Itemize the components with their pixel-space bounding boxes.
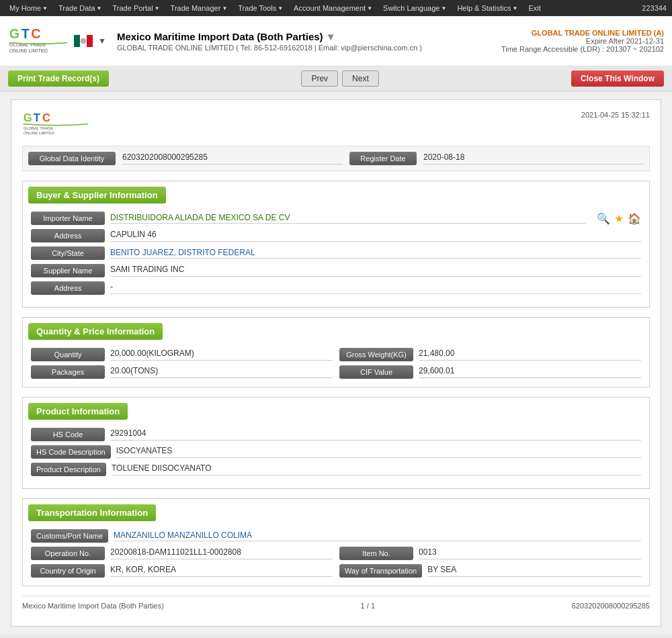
address-row: Address CAPULIN 46 — [31, 229, 641, 242]
global-data-identity-label: Global Data Identity — [28, 152, 116, 165]
city-state-row: City/State BENITO JUAREZ, DISTRITO FEDER… — [31, 246, 641, 260]
product-body: HS Code 29291004 HS Code Description ISO… — [23, 424, 649, 488]
packages-group: Packages 20.00(TONS) — [31, 365, 333, 379]
register-date-label: Register Date — [349, 152, 417, 165]
nav-account-management[interactable]: Account Management ▼ — [290, 4, 376, 12]
close-button-top[interactable]: Close This Window — [571, 71, 664, 87]
header-bar: G T C GLOBAL TRADE ONLINE LIMITED ▼ Mexi… — [0, 16, 672, 66]
nav-exit[interactable]: Exit — [524, 4, 544, 12]
main-content: G T C GLOBAL TRADE ONLINE LIMITED 2021-0… — [0, 91, 672, 635]
address-label: Address — [31, 229, 105, 242]
country-origin-label: Country of Origin — [31, 564, 105, 578]
flag-dropdown[interactable]: ▼ — [98, 36, 106, 46]
item-no-label: Item No. — [339, 547, 413, 560]
packages-value: 20.00(TONS) — [110, 366, 333, 378]
item-no-group: Item No. 0013 — [339, 547, 641, 560]
cif-value-group: CIF Value 29,600.01 — [339, 365, 641, 379]
footer-record-title: Mexico Maritime Import Data (Both Partie… — [22, 602, 164, 610]
top-navigation: My Home ▼ Trade Data ▼ Trade Portal ▼ Tr… — [0, 0, 672, 16]
account-expire: Expire After 2021-12-31 — [501, 37, 664, 45]
nav-buttons: Prev Next — [301, 71, 378, 87]
nav-trade-tools[interactable]: Trade Tools ▼ — [234, 4, 287, 12]
packages-label: Packages — [31, 365, 105, 379]
buyer-supplier-section: Buyer & Supplier Information Importer Na… — [22, 181, 650, 308]
quantity-group: Quantity 20,000.00(KILOGRAM) — [31, 348, 333, 361]
product-desc-value: TOLUENE DIISOCYANATO — [112, 463, 641, 475]
svg-text:ONLINE LIMITED: ONLINE LIMITED — [24, 131, 54, 135]
record-header: G T C GLOBAL TRADE ONLINE LIMITED 2021-0… — [22, 111, 650, 138]
svg-text:C: C — [42, 111, 50, 124]
supplier-address-row: Address - — [31, 281, 641, 295]
nav-help-statistics[interactable]: Help & Statistics ▼ — [453, 4, 521, 12]
title-subtitle: GLOBAL TRADE ONLINE LIMITED ( Tel: 86-51… — [117, 44, 501, 52]
nav-trade-manager[interactable]: Trade Manager ▼ — [167, 4, 232, 12]
footer-page: 1 / 1 — [361, 602, 375, 610]
svg-text:G: G — [9, 26, 19, 41]
customs-port-value: MANZANILLO MANZANILLO COLIMA — [114, 531, 641, 541]
buyer-supplier-header: Buyer & Supplier Information — [28, 187, 166, 203]
nav-switch-language[interactable]: Switch Language ▼ — [379, 4, 450, 12]
country-origin-group: Country of Origin KR, KOR, KOREA — [31, 564, 333, 578]
account-name: GLOBAL TRADE ONLINE LIMITED (A) — [501, 29, 664, 37]
product-desc-row: Product Description TOLUENE DIISOCYANATO — [31, 463, 641, 476]
cif-value: 29,600.01 — [419, 366, 641, 378]
hs-desc-label: HS Code Description — [31, 445, 111, 459]
svg-text:T: T — [22, 26, 30, 41]
register-date-value: 2020-08-18 — [423, 152, 644, 165]
prev-button-top[interactable]: Prev — [301, 71, 338, 87]
product-section: Product Information HS Code 29291004 HS … — [22, 397, 650, 489]
title-area: Mexico Maritime Import Data (Both Partie… — [106, 31, 501, 52]
nav-trade-data[interactable]: Trade Data ▼ — [54, 4, 106, 12]
next-button-top[interactable]: Next — [342, 71, 379, 87]
svg-text:GLOBAL TRADE: GLOBAL TRADE — [24, 126, 53, 130]
city-state-label: City/State — [31, 246, 105, 260]
quantity-price-body: Quantity 20,000.00(KILOGRAM) Gross Weigh… — [23, 344, 649, 387]
nav-trade-portal[interactable]: Trade Portal ▼ — [109, 4, 164, 12]
transport-header: Transportation Information — [28, 504, 156, 521]
operation-no-group: Operation No. 20200818-DAM111021LL1-0002… — [31, 547, 333, 560]
gross-weight-label: Gross Weight(KG) — [339, 348, 413, 361]
top-toolbar: Print Trade Record(s) Prev Next Close Th… — [0, 66, 672, 91]
search-icon[interactable]: 🔍 — [597, 212, 610, 225]
print-button-top[interactable]: Print Trade Record(s) — [8, 71, 109, 87]
importer-name-row: Importer Name DISTRIBUIDORA ALIADA DE ME… — [31, 212, 641, 225]
supplier-name-value: SAMI TRADING INC — [110, 265, 641, 277]
supplier-address-value: - — [110, 282, 641, 294]
account-area: GLOBAL TRADE ONLINE LIMITED (A) Expire A… — [501, 29, 664, 53]
operation-no-label: Operation No. — [31, 547, 105, 560]
quantity-label: Quantity — [31, 348, 105, 361]
importer-name-label: Importer Name — [31, 212, 105, 225]
quantity-price-section: Quantity & Price Information Quantity 20… — [22, 317, 650, 388]
record-logo: G T C GLOBAL TRADE ONLINE LIMITED — [22, 111, 89, 138]
hs-desc-row: HS Code Description ISOCYANATES — [31, 445, 641, 459]
star-icon[interactable]: ★ — [614, 212, 624, 225]
buyer-supplier-body: Importer Name DISTRIBUIDORA ALIADA DE ME… — [23, 208, 649, 307]
item-no-value: 0013 — [419, 547, 641, 559]
svg-rect-7 — [87, 35, 93, 47]
page-title: Mexico Maritime Import Data (Both Partie… — [117, 31, 501, 42]
city-state-value: BENITO JUAREZ, DISTRITO FEDERAL — [110, 248, 641, 259]
title-dropdown[interactable]: ▼ — [326, 31, 336, 42]
way-transport-label: Way of Transportation — [339, 564, 422, 578]
svg-rect-5 — [74, 35, 80, 47]
product-header: Product Information — [28, 403, 128, 420]
importer-name-value: DISTRIBUIDORA ALIADA DE MEXICO SA DE CV — [110, 213, 586, 224]
operation-no-value: 20200818-DAM111021LL1-0002808 — [110, 547, 333, 559]
record-footer: Mexico Maritime Import Data (Both Partie… — [22, 596, 650, 615]
transport-body: Customs/Port Name MANZANILLO MANZANILLO … — [23, 525, 649, 586]
nav-my-home[interactable]: My Home ▼ — [5, 4, 52, 12]
gross-weight-value: 21,480.00 — [419, 349, 641, 361]
svg-text:C: C — [31, 26, 40, 41]
hs-code-row: HS Code 29291004 — [31, 428, 641, 441]
footer-record-id: 6203202008000295285 — [572, 602, 650, 610]
record-timestamp: 2021-04-25 15:32:11 — [581, 111, 650, 119]
bottom-toolbar: Print Trade Record(s) Prev Next Close Th… — [0, 635, 672, 638]
account-ldr: Time Range Accessible (LDR) : 201307 ~ 2… — [501, 45, 664, 53]
logo-area: G T C GLOBAL TRADE ONLINE LIMITED ▼ — [8, 24, 106, 58]
customs-port-row: Customs/Port Name MANZANILLO MANZANILLO … — [31, 529, 641, 543]
way-transport-value: BY SEA — [427, 565, 641, 577]
gross-weight-group: Gross Weight(KG) 21,480.00 — [339, 348, 641, 361]
home-icon[interactable]: 🏠 — [628, 212, 641, 225]
address-value: CAPULIN 46 — [110, 230, 641, 242]
nav-items: My Home ▼ Trade Data ▼ Trade Portal ▼ Tr… — [5, 4, 545, 12]
